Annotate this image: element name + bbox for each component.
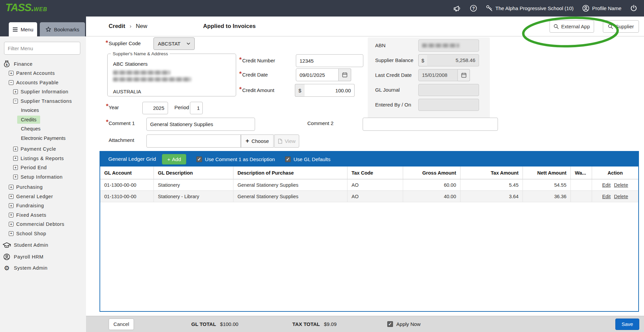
collapse-minus-icon[interactable]: −	[13, 99, 18, 103]
col-nett-amount: Nett Amount	[523, 167, 571, 179]
gl-total-label: GL TOTAL	[191, 321, 216, 327]
cell-warning	[571, 191, 592, 202]
sidebar-item-payroll-hrm[interactable]: Payroll HRM	[0, 252, 86, 262]
choose-file-button[interactable]: + Choose	[241, 134, 274, 148]
expand-plus-icon[interactable]: +	[9, 71, 13, 76]
view-label: View	[285, 138, 296, 144]
sidebar-item-school-shop[interactable]: + School Shop	[0, 229, 86, 238]
expand-plus-icon[interactable]: +	[9, 213, 13, 217]
col-gl-account: GL Account	[100, 167, 154, 179]
expand-plus-icon[interactable]: +	[13, 175, 18, 179]
gl-table-row: 01-1300-00-00 Stationery General Station…	[100, 179, 638, 191]
tass-web-logo[interactable]: TASS. web	[5, 2, 47, 14]
last-credit-date-label: Last Credit Date	[375, 72, 412, 78]
sidebar-item-commercial-debtors[interactable]: + Commercial Debtors	[0, 220, 86, 229]
currency-prefix: $	[418, 54, 427, 66]
cancel-button[interactable]: Cancel	[109, 319, 134, 330]
sidebar-item-listings-reports[interactable]: + Listings & Reports	[0, 154, 86, 163]
search-icon	[554, 24, 559, 29]
checkbox-checked-icon[interactable]	[285, 156, 291, 162]
credit-number-input[interactable]	[296, 54, 363, 67]
year-input[interactable]	[142, 102, 168, 114]
supplier-search-button[interactable]: Supplier	[603, 20, 639, 33]
apply-now-checkbox[interactable]	[387, 321, 393, 327]
expand-plus-icon[interactable]: +	[9, 231, 13, 236]
cell-purchase-description: General Stationery Supplies	[233, 191, 347, 202]
expand-plus-icon[interactable]: +	[9, 194, 13, 199]
cell-warning	[571, 179, 592, 191]
credit-date-calendar-button[interactable]	[339, 68, 351, 81]
expand-plus-icon[interactable]: +	[13, 156, 18, 161]
sidebar-item-parent-accounts[interactable]: + Parent Accounts	[0, 69, 86, 78]
expand-plus-icon[interactable]: +	[9, 203, 13, 208]
credit-form: * Supplier Code ABCSTAT Supplier's Name …	[86, 36, 644, 316]
expand-plus-icon[interactable]: +	[9, 222, 13, 227]
sidebar-item-credits[interactable]: Credits	[0, 115, 86, 124]
credit-date-input[interactable]	[296, 68, 339, 81]
gl-table-header: GL Account GL Description Description of…	[100, 167, 638, 179]
comment2-input[interactable]	[363, 118, 498, 131]
required-asterisk: *	[239, 56, 242, 63]
sidebar-item-supplier-transactions[interactable]: − Supplier Transactions	[0, 96, 86, 106]
sidebar-item-fundraising[interactable]: + Fundraising	[0, 201, 86, 211]
expand-plus-icon[interactable]: +	[13, 89, 18, 94]
add-row-button[interactable]: + Add	[162, 154, 186, 164]
credit-amount-input[interactable]	[305, 84, 355, 97]
breadcrumb-section[interactable]: Credit	[109, 23, 125, 30]
delete-link[interactable]: Delete	[614, 182, 628, 188]
sidebar-item-invoices[interactable]: Invoices	[0, 106, 86, 115]
expand-plus-icon[interactable]: +	[13, 147, 18, 151]
apply-now-label: Apply Now	[396, 321, 421, 327]
external-app-button[interactable]: External App	[550, 20, 594, 33]
required-asterisk: *	[239, 86, 242, 93]
add-label: Add	[172, 156, 181, 162]
cell-purchase-description: General Stationery Supplies	[233, 179, 347, 191]
sidebar-item-purchasing[interactable]: + Purchasing	[0, 183, 86, 192]
supplier-code-select[interactable]: ABCSTAT	[153, 37, 195, 50]
period-input[interactable]	[190, 102, 203, 114]
tab-bookmarks[interactable]: Bookmarks	[40, 22, 85, 36]
edit-link[interactable]: Edit	[602, 182, 611, 188]
calendar-icon	[342, 72, 347, 78]
sidebar-item-electronic-payments[interactable]: Electronic Payments	[0, 133, 86, 143]
use-gl-defaults-checkbox[interactable]: Use GL Defaults	[285, 156, 331, 162]
supplier-code-value: ABCSTAT	[158, 41, 180, 47]
save-button[interactable]: Save	[615, 319, 639, 330]
tab-menu[interactable]: Menu	[9, 22, 37, 36]
sidebar-item-accounts-payable[interactable]: − Accounts Payable	[0, 78, 86, 87]
collapse-minus-icon[interactable]: −	[9, 80, 13, 85]
attachment-input[interactable]	[146, 134, 241, 148]
expand-plus-icon[interactable]: +	[9, 185, 13, 189]
general-ledger-grid: General Ledger Grid + Add Use Comment 1 …	[100, 151, 639, 312]
svg-text:?: ?	[472, 6, 475, 11]
edit-link[interactable]: Edit	[602, 194, 611, 199]
sidebar-item-payment-cycle[interactable]: + Payment Cycle	[0, 145, 86, 154]
sidebar-item-student-admin[interactable]: Student Admin	[0, 241, 86, 250]
sidebar-item-supplier-information[interactable]: + Supplier Information	[0, 87, 86, 97]
sidebar-item-general-ledger[interactable]: + General Ledger	[0, 192, 86, 201]
sidebar-item-cheques[interactable]: Cheques	[0, 124, 86, 134]
help-button[interactable]: ?	[470, 5, 477, 12]
last-credit-date-calendar-button[interactable]	[458, 69, 470, 81]
checkbox-checked-icon[interactable]	[196, 156, 202, 162]
sidebar-item-setup-information[interactable]: + Setup Information	[0, 172, 86, 182]
expand-plus-icon[interactable]: +	[13, 165, 18, 170]
school-switcher[interactable]: The Alpha Progressive School (10)	[486, 5, 574, 12]
announcements-button[interactable]	[453, 5, 461, 12]
sidebar-item-period-end[interactable]: + Period End	[0, 163, 86, 173]
logout-button[interactable]	[630, 5, 637, 12]
use-comment1-checkbox[interactable]: Use Comment 1 as Description	[196, 156, 275, 162]
col-gl-description: GL Description	[154, 167, 233, 179]
profile-menu[interactable]: Profile Name	[582, 5, 621, 12]
sidebar-item-system-admin[interactable]: ⚙ System Admin	[0, 264, 86, 273]
filter-menu-input[interactable]	[4, 42, 80, 55]
sidebar-item-fixed-assets[interactable]: + Fixed Assets	[0, 210, 86, 220]
comment1-input[interactable]	[146, 118, 255, 131]
sidebar-item-finance[interactable]: $ Finance	[0, 59, 86, 69]
gl-table: GL Account GL Description Description of…	[100, 167, 638, 202]
power-icon	[630, 5, 637, 12]
view-file-button[interactable]: View	[274, 134, 299, 148]
credit-number-label: Credit Number	[242, 58, 275, 63]
cell-gross: 60.00	[403, 179, 460, 191]
delete-link[interactable]: Delete	[614, 194, 628, 199]
